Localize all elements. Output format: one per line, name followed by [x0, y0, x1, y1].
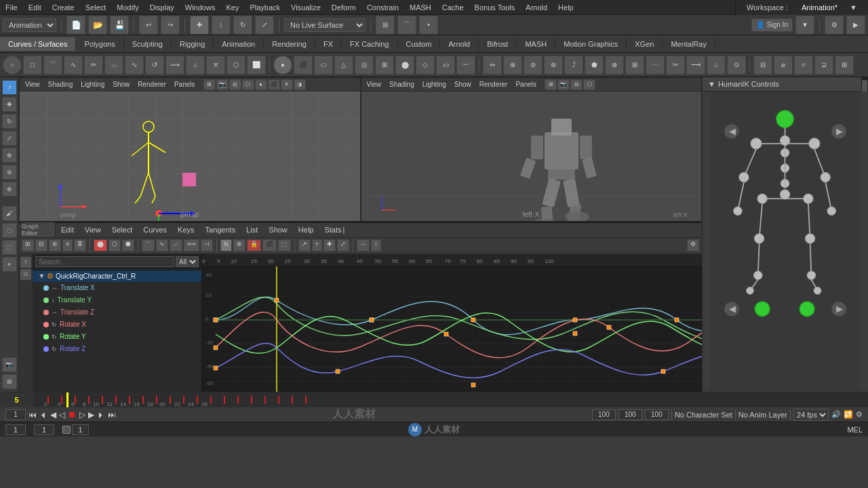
- shelf-cv-curve[interactable]: ⌒: [43, 56, 62, 75]
- ge-curves-menu[interactable]: Curves: [138, 224, 172, 235]
- camera-icon[interactable]: 📷: [2, 357, 17, 372]
- vp-texture-icon[interactable]: ⬛: [268, 79, 280, 90]
- menu-deform[interactable]: Deform: [326, 2, 361, 13]
- select-tool-icon[interactable]: ↗: [2, 80, 17, 95]
- show-manip-icon[interactable]: ⊗: [2, 182, 17, 197]
- vp2-renderer-menu[interactable]: Renderer: [477, 81, 511, 88]
- vp-view-menu[interactable]: View: [22, 81, 43, 88]
- scale-tool[interactable]: ⤢: [255, 16, 274, 35]
- vp-wireframe-icon[interactable]: ⬡: [242, 79, 254, 90]
- tab-fx[interactable]: FX: [315, 37, 342, 51]
- shelf-mirror[interactable]: ⇔: [483, 56, 502, 75]
- ge-move-key[interactable]: ✚: [323, 239, 336, 251]
- shelf-pencil[interactable]: ✏: [84, 56, 103, 75]
- paint-tool-icon[interactable]: 🖌: [2, 206, 17, 221]
- shelf-separate[interactable]: ⊘: [524, 56, 542, 75]
- prev-key-btn[interactable]: ◀: [50, 410, 56, 420]
- start-frame-input[interactable]: [5, 409, 26, 420]
- shelf-pipe[interactable]: ▭: [436, 56, 455, 75]
- rotate-tool[interactable]: ↻: [233, 16, 252, 35]
- ge-tangent-flat[interactable]: ⟺: [184, 239, 199, 251]
- shelf-cylinder[interactable]: ⬭: [314, 56, 333, 75]
- shelf-revolve[interactable]: ↺: [145, 56, 164, 75]
- prev-frame-btn[interactable]: ⏴: [39, 410, 47, 420]
- vp-renderer-menu[interactable]: Renderer: [135, 81, 169, 88]
- ge-tangents-menu[interactable]: Tangents: [200, 224, 241, 235]
- shelf-boolean[interactable]: ⊗: [605, 56, 624, 75]
- shelf-disk[interactable]: ⬤: [395, 56, 414, 75]
- menu-playback[interactable]: Playback: [244, 2, 285, 13]
- deform-icon[interactable]: ⬚: [2, 240, 17, 255]
- fps-dropdown[interactable]: 24 fps: [793, 409, 829, 421]
- snap-icon[interactable]: ⌖: [2, 257, 17, 272]
- snap-point-btn[interactable]: •: [419, 16, 438, 35]
- ge-key-type3[interactable]: ⬢: [122, 239, 134, 251]
- vp-lights-icon[interactable]: ☀: [281, 79, 293, 90]
- ge-time-editor-icon[interactable]: T: [20, 257, 31, 268]
- tab-xgen[interactable]: XGen: [627, 37, 663, 51]
- snap-curve-btn[interactable]: ⌒: [397, 16, 416, 35]
- play-fwd-btn[interactable]: ▷: [79, 410, 85, 420]
- menu-create[interactable]: Create: [47, 2, 80, 13]
- play-back-btn[interactable]: ◁: [59, 410, 65, 420]
- tab-animation[interactable]: Animation: [214, 37, 264, 51]
- tab-mentalray[interactable]: MentalRay: [663, 37, 715, 51]
- ge-channel-tx[interactable]: ↔ Translate X: [33, 282, 201, 294]
- ge-show-menu[interactable]: Show: [263, 224, 293, 235]
- render-settings-btn[interactable]: ⚙: [825, 16, 844, 35]
- shelf-insert-loop[interactable]: ⋯: [646, 56, 665, 75]
- ge-curve-canvas[interactable]: 0 5 10 15 20 25 30 35 40 45 50 55: [202, 254, 702, 392]
- ge-keys-menu[interactable]: Keys: [172, 224, 199, 235]
- shelf-subdivide[interactable]: ⊞: [625, 56, 644, 75]
- ge-expand[interactable]: ≣: [74, 239, 86, 251]
- workspace-selector[interactable]: Workspace : Animation* ▼: [735, 0, 868, 15]
- ge-view-all[interactable]: ⊛: [49, 239, 61, 251]
- ge-options[interactable]: ⚙: [687, 239, 699, 251]
- settings-btn[interactable]: ⚙: [856, 410, 863, 419]
- ge-help-menu[interactable]: Help: [293, 224, 319, 235]
- ge-key-type1[interactable]: ⬤: [94, 239, 107, 251]
- mode-dropdown[interactable]: Animation: [3, 18, 56, 32]
- end-frame-input[interactable]: [645, 409, 669, 420]
- shelf-torus[interactable]: ◎: [355, 56, 374, 75]
- vp2-shading-menu[interactable]: Shading: [387, 81, 417, 88]
- timeline-bar[interactable]: 2 4 6 8 10 12 14 16 18 20 22 24 26: [34, 392, 868, 407]
- shelf-sculpt[interactable]: ⌀: [774, 56, 793, 75]
- ge-collapse[interactable]: ≡: [62, 239, 73, 251]
- sign-in-dropdown[interactable]: ▼: [795, 16, 814, 35]
- menu-select[interactable]: Select: [80, 2, 112, 13]
- menu-windows[interactable]: Windows: [180, 2, 221, 13]
- menu-key[interactable]: Key: [220, 2, 244, 13]
- shelf-smooth[interactable]: ⊛: [544, 56, 563, 75]
- scale-tool-icon[interactable]: ⤢: [2, 131, 17, 146]
- ge-buffer[interactable]: ⬛: [262, 239, 277, 251]
- ge-view-menu[interactable]: View: [79, 224, 106, 235]
- shelf-curve-tool2[interactable]: ∿: [125, 56, 144, 75]
- sculpt-icon[interactable]: ◌: [2, 223, 17, 238]
- shelf-fill-hole[interactable]: ⊙: [727, 56, 746, 75]
- vp2-lighting-menu[interactable]: Lighting: [420, 81, 449, 88]
- menu-mash[interactable]: MASH: [404, 2, 437, 13]
- snap-grid-btn[interactable]: ⊞: [376, 16, 395, 35]
- select-tool[interactable]: ✚: [190, 16, 209, 35]
- save-scene-btn[interactable]: 💾: [110, 16, 129, 35]
- shelf-square[interactable]: □: [23, 56, 42, 75]
- ge-key-type2[interactable]: ⬡: [108, 239, 121, 251]
- ge-zoom-x[interactable]: ↔: [357, 239, 370, 251]
- ge-channel-rx[interactable]: ↻ Rotate X: [33, 319, 201, 331]
- open-scene-btn[interactable]: 📂: [88, 16, 107, 35]
- tab-bifrost[interactable]: Bifrost: [479, 37, 517, 51]
- shelf-reduce[interactable]: ⊟: [753, 56, 772, 75]
- shelf-multi-cut[interactable]: ✂: [666, 56, 685, 75]
- vp-show-menu[interactable]: Show: [110, 81, 132, 88]
- shelf-poly-plane[interactable]: ⊞: [375, 56, 394, 75]
- shelf-combine[interactable]: ⊕: [503, 56, 522, 75]
- viewport-left-x[interactable]: View Shading Lighting Show Renderer Pane…: [361, 77, 703, 222]
- redo-btn[interactable]: ↪: [161, 16, 180, 35]
- universal-tool-icon[interactable]: ⊕: [2, 148, 17, 163]
- shelf-prism[interactable]: ◇: [416, 56, 435, 75]
- ge-insert-key[interactable]: +: [312, 239, 322, 251]
- next-key-btn[interactable]: ▶: [88, 410, 94, 420]
- shelf-cube[interactable]: ⬛: [294, 56, 313, 75]
- ge-tangent-free[interactable]: ⌒: [142, 239, 155, 251]
